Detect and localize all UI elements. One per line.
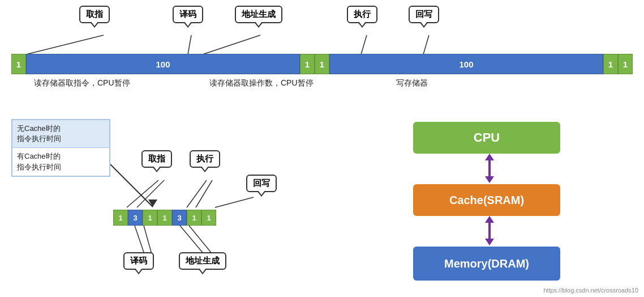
svg-line-8 (137, 180, 164, 207)
bubble-addr-top: 地址生成 (235, 6, 282, 23)
arrowhead-down-1 (485, 176, 494, 183)
timeline-bot: 1 3 1 1 3 1 1 (113, 210, 216, 226)
bot-seg-6: 1 (187, 210, 201, 226)
bubble-exec-top: 执行 (347, 6, 377, 23)
seg-4: 1 (315, 54, 329, 74)
cache-label: Cache(SRAM) (449, 194, 524, 207)
arrow-line-2 (488, 223, 491, 239)
bubble-decode-bot: 译码 (123, 252, 154, 270)
info-row-with-cache: 有Cache时的指令执行时间 (12, 147, 109, 175)
bot-seg-2: 3 (128, 210, 143, 226)
seg-6: 1 (603, 54, 618, 74)
bubble-fetch-bot: 取指 (141, 150, 172, 168)
bubble-writeback-top: 回写 (409, 6, 439, 23)
svg-line-5 (110, 164, 153, 207)
arrow-line-1 (488, 160, 491, 176)
seg-7: 1 (618, 54, 633, 74)
watermark: https://blog.csdn.net/crossroads10 (543, 287, 638, 294)
bot-seg-5: 3 (172, 210, 187, 226)
timeline-top: 1 100 1 1 100 1 1 (11, 54, 633, 74)
svg-line-3 (361, 35, 367, 54)
arrowhead-down-2 (485, 239, 494, 245)
info-row-no-cache: 无Cache时的指令执行时间 (12, 120, 109, 147)
seg-2: 100 (26, 54, 300, 74)
bot-seg-1: 1 (113, 210, 128, 226)
bubble-fetch-top: 取指 (79, 6, 110, 23)
bot-seg-3: 1 (143, 210, 157, 226)
bar-label-3: 写存储器 (396, 78, 428, 88)
svg-line-9 (187, 180, 207, 207)
svg-line-14 (180, 226, 204, 254)
info-box: 无Cache时的指令执行时间 有Cache时的指令执行时间 (11, 119, 110, 177)
cache-box: Cache(SRAM) (413, 184, 560, 216)
svg-line-12 (135, 226, 144, 254)
memory-label: Memory(DRAM) (444, 257, 529, 270)
bubble-addr-bot: 地址生成 (179, 252, 226, 270)
bar-label-2: 读存储器取操作数，CPU暂停 (209, 78, 314, 88)
svg-line-10 (196, 180, 212, 207)
cpu-label: CPU (474, 130, 500, 145)
seg-3: 1 (300, 54, 315, 74)
svg-marker-6 (148, 200, 157, 207)
arrowhead-up-2 (485, 216, 494, 223)
svg-line-13 (144, 226, 152, 254)
svg-line-4 (423, 35, 429, 54)
bot-seg-7: 1 (201, 210, 216, 226)
svg-line-0 (26, 35, 104, 54)
svg-line-2 (203, 35, 260, 54)
bot-seg-4: 1 (157, 210, 172, 226)
seg-1: 1 (11, 54, 26, 74)
bubble-writeback-bot: 回写 (246, 175, 277, 192)
arrow-cpu-cache (484, 154, 495, 183)
bubble-decode-top: 译码 (173, 6, 203, 23)
seg-5: 100 (329, 54, 603, 74)
svg-line-15 (189, 226, 212, 254)
bubble-exec-bot: 执行 (190, 150, 220, 168)
arrowhead-up-1 (485, 154, 494, 160)
bar-label-1: 读存储器取指令，CPU暂停 (34, 78, 130, 88)
svg-line-7 (127, 180, 158, 207)
svg-line-11 (215, 197, 254, 207)
cpu-box: CPU (413, 122, 560, 154)
svg-line-1 (188, 35, 191, 54)
arrow-cache-mem (484, 216, 495, 245)
memory-box: Memory(DRAM) (413, 247, 560, 281)
